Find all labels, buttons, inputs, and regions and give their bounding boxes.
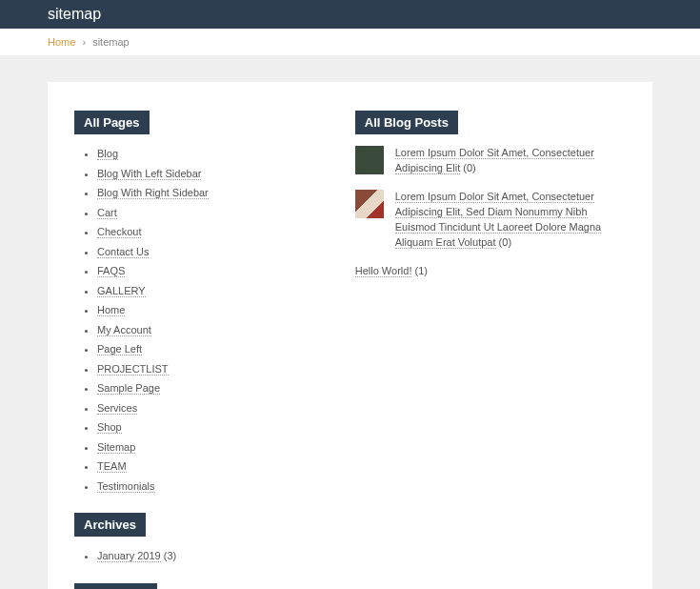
list-item: Home xyxy=(97,302,317,318)
post-title-link[interactable]: Lorem Ipsum Dolor Sit Amet, Consectetuer… xyxy=(395,147,594,174)
page-link[interactable]: Checkout xyxy=(97,226,141,238)
post-body: Lorem Ipsum Dolor Sit Amet, Consectetuer… xyxy=(395,190,626,251)
archives-heading: Archives xyxy=(74,513,146,537)
page-link[interactable]: GALLERY xyxy=(97,285,146,297)
blog-post-item: Hello World! (1) xyxy=(355,264,626,279)
page-link[interactable]: Testimonials xyxy=(97,480,155,493)
page-link[interactable]: My Account xyxy=(97,324,151,336)
breadcrumb-current: sitemap xyxy=(92,36,130,48)
list-item: Checkout xyxy=(97,224,317,240)
list-item: Services xyxy=(97,400,317,416)
categories-section: Categories Uncategorized xyxy=(74,583,317,590)
page-title: sitemap xyxy=(48,6,101,22)
post-comment-count: (0) xyxy=(460,162,476,173)
blog-post-item: Lorem Ipsum Dolor Sit Amet, Consectetuer… xyxy=(355,190,626,251)
all-blog-posts-heading: All Blog Posts xyxy=(355,111,458,134)
archives-list: January 2019 (3) xyxy=(74,548,317,564)
list-item: Page Left xyxy=(97,341,317,357)
page-link[interactable]: TEAM xyxy=(97,460,127,473)
all-pages-heading: All Pages xyxy=(74,111,150,134)
list-item: My Account xyxy=(97,322,317,338)
post-body: Hello World! (1) xyxy=(355,264,428,279)
list-item: Testimonials xyxy=(97,478,317,495)
breadcrumb-home-link[interactable]: Home xyxy=(48,36,75,48)
breadcrumb: Home › sitemap xyxy=(0,29,700,55)
page-link[interactable]: Blog xyxy=(97,148,118,160)
page-link[interactable]: Blog With Right Sidebar xyxy=(97,187,209,199)
list-item: Sitemap xyxy=(97,439,317,456)
post-body: Lorem Ipsum Dolor Sit Amet, Consectetuer… xyxy=(395,146,626,176)
post-comment-count: (1) xyxy=(411,265,428,276)
blog-post-item: Lorem Ipsum Dolor Sit Amet, Consectetuer… xyxy=(355,146,626,176)
breadcrumb-separator: › xyxy=(82,36,86,48)
all-pages-section: All Pages BlogBlog With Left SidebarBlog… xyxy=(74,111,317,494)
list-item: Blog With Left Sidebar xyxy=(97,166,317,182)
pages-list: BlogBlog With Left SidebarBlog With Righ… xyxy=(74,146,317,494)
page-link[interactable]: Page Left xyxy=(97,343,142,355)
list-item: TEAM xyxy=(97,458,317,475)
page-link[interactable]: Cart xyxy=(97,207,117,219)
list-item: Blog With Right Sidebar xyxy=(97,185,317,201)
categories-heading: Categories xyxy=(74,583,157,590)
right-column: All Blog Posts Lorem Ipsum Dolor Sit Ame… xyxy=(355,111,626,589)
all-blog-posts-section: All Blog Posts Lorem Ipsum Dolor Sit Ame… xyxy=(355,111,626,279)
list-item: Shop xyxy=(97,419,317,436)
list-item: Blog xyxy=(97,146,317,162)
page-link[interactable]: Sample Page xyxy=(97,382,160,395)
page-link[interactable]: Sitemap xyxy=(97,441,135,454)
page-link[interactable]: FAQS xyxy=(97,265,125,277)
post-title-link[interactable]: Hello World! xyxy=(355,265,412,277)
page-link[interactable]: PROJECTLIST xyxy=(97,363,169,376)
list-item: Sample Page xyxy=(97,380,317,396)
post-thumbnail[interactable] xyxy=(355,190,384,218)
archive-count: (3) xyxy=(161,550,177,561)
list-item: Contact Us xyxy=(97,244,317,260)
list-item: FAQS xyxy=(97,263,317,279)
post-comment-count: (0) xyxy=(496,236,512,248)
archives-section: Archives January 2019 (3) xyxy=(74,513,317,564)
blog-posts-list: Lorem Ipsum Dolor Sit Amet, Consectetuer… xyxy=(355,146,626,279)
left-column: All Pages BlogBlog With Left SidebarBlog… xyxy=(74,111,317,589)
list-item: GALLERY xyxy=(97,283,317,299)
list-item: Cart xyxy=(97,205,317,221)
page-header: sitemap xyxy=(0,0,700,29)
page-link[interactable]: Services xyxy=(97,402,137,415)
post-thumbnail[interactable] xyxy=(355,146,384,174)
list-item: PROJECTLIST xyxy=(97,361,317,377)
main-content: All Pages BlogBlog With Left SidebarBlog… xyxy=(48,82,652,589)
page-link[interactable]: Contact Us xyxy=(97,246,149,258)
page-link[interactable]: Blog With Left Sidebar xyxy=(97,168,201,180)
archive-link[interactable]: January 2019 xyxy=(97,550,161,562)
page-link[interactable]: Home xyxy=(97,304,125,316)
list-item: January 2019 (3) xyxy=(97,548,317,564)
page-link[interactable]: Shop xyxy=(97,421,122,434)
